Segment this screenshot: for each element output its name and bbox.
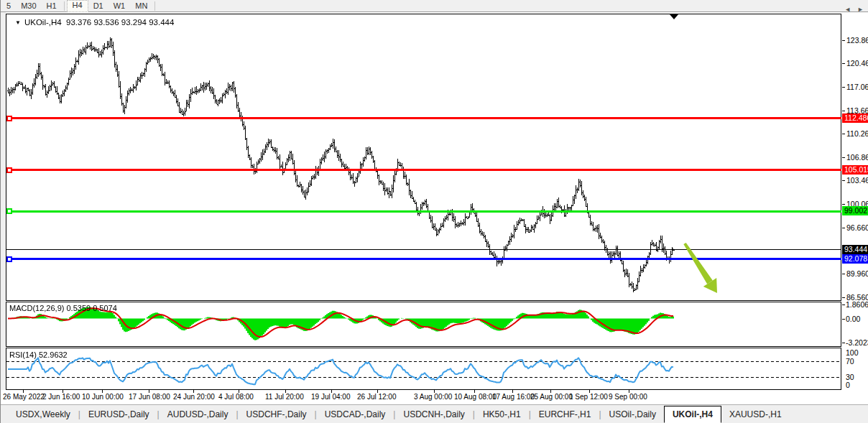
date-tick <box>377 390 378 393</box>
hline-105.015[interactable] <box>6 169 841 171</box>
date-label: 9 Sep 00:00 <box>609 393 647 401</box>
rsi-value: 52.9632 <box>39 350 68 359</box>
axis-tick-label: 110.260 <box>846 129 868 138</box>
timeframe-h4[interactable]: H4 <box>67 0 88 12</box>
timeframe-mn[interactable]: MN <box>130 1 152 11</box>
macd-label: MACD(12,26,9) 0.5359 0.5074 <box>9 304 117 312</box>
timeframe-5[interactable]: 5 <box>1 1 16 11</box>
timeframe-d1[interactable]: D1 <box>88 1 108 11</box>
axis-tick-label: 123.860 <box>846 36 868 45</box>
date-tick <box>434 390 435 393</box>
price-label-99.002: 99.002 <box>842 206 868 215</box>
date-tick <box>63 390 63 393</box>
tab-xauusd-h1[interactable]: XAUUSD-,H1 <box>721 405 790 423</box>
date-label: 11 Jul 20:00 <box>265 393 304 401</box>
rsi-axis-label: 70 <box>846 357 854 366</box>
price-label-112.486: 112.486 <box>842 113 868 123</box>
macd-axis-dash <box>842 319 845 320</box>
axis-tick-label: 89.960 <box>846 269 868 278</box>
hline-handle-92.078[interactable] <box>6 256 12 262</box>
axis-tick-dash <box>842 134 845 134</box>
date-tick <box>193 390 194 393</box>
date-label: 1 Sep 12:00 <box>569 393 608 401</box>
axis-tick-dash <box>842 297 845 298</box>
axis-tick-dash <box>842 274 845 274</box>
date-tick <box>331 390 332 393</box>
price-label-92.078: 92.078 <box>842 254 868 264</box>
trend-arrow-object[interactable] <box>680 242 724 295</box>
rsi-canvas[interactable] <box>6 348 841 389</box>
tab-usdcad-daily[interactable]: USDCAD-,Daily <box>317 405 394 423</box>
hline-handle-105.015[interactable] <box>6 167 12 173</box>
date-label: 10 Aug 08:00 <box>454 393 497 401</box>
chart-title-symbol: UKOil-,H4 <box>24 18 62 27</box>
hline-112.486[interactable] <box>6 117 841 119</box>
hline-99.002[interactable] <box>6 210 841 213</box>
rsi-axis-label: 100 <box>846 348 859 357</box>
axis-tick-dash <box>842 204 845 205</box>
axis-tick-dash <box>842 111 845 111</box>
rsi-name: RSI(14) <box>9 350 37 359</box>
hline-handle-112.486[interactable] <box>6 116 12 121</box>
rsi-label: RSI(14) 52.9632 <box>9 350 68 359</box>
macd-canvas[interactable] <box>6 302 841 346</box>
macd-axis-label: 0.00 <box>846 315 860 323</box>
axis-tick-dash <box>842 63 845 64</box>
date-tick <box>550 390 551 393</box>
price-label-105.015: 105.015 <box>842 165 868 175</box>
chart-tab-bar: USDX,Weekly|EURUSD-,Daily|AUDUSD-,Daily|… <box>1 404 868 423</box>
date-label: 19 Jul 04:00 <box>311 393 351 401</box>
chart-title-ohlc: 93.376 93.536 93.294 93.444 <box>66 18 174 27</box>
chart-title: ▼UKOil-,H4 93.376 93.536 93.294 93.444 <box>15 18 174 27</box>
axis-tick-label: 117.060 <box>846 83 868 91</box>
tab-scroll-right-icon[interactable]: ► <box>857 6 864 13</box>
date-tick <box>102 390 103 393</box>
tab-usdchf-daily[interactable]: USDCHF-,Daily <box>239 405 315 423</box>
rsi-indicator-pane[interactable] <box>6 348 841 390</box>
tab-hk50-h1[interactable]: HK50-,H1 <box>475 405 529 423</box>
toolbar-separator <box>64 1 65 11</box>
date-tick <box>149 390 149 393</box>
macd-indicator-pane[interactable] <box>6 302 841 347</box>
axis-tick-label: 96.660 <box>846 223 868 232</box>
date-label: 26 Jul 12:00 <box>357 393 397 401</box>
tab-scroll-arrows: ◄ ► <box>844 0 864 19</box>
timeframe-toolbar: 5M30H1H4D1W1MN <box>1 0 868 12</box>
date-label: 26 May 2022 <box>3 393 45 401</box>
time-axis: 26 May 20222 Jun 16:0010 Jun 00:0017 Jun… <box>1 390 868 404</box>
date-tick <box>629 390 629 393</box>
date-label: 4 Jul 08:00 <box>218 393 254 401</box>
trading-terminal: 5M30H1H4D1W1MN ▼UKOil-,H4 93.376 93.536 … <box>0 0 868 423</box>
date-tick <box>285 390 286 393</box>
date-label: 3 Aug 00:00 <box>414 393 452 401</box>
date-label: 17 Jun 08:00 <box>129 393 170 401</box>
tab-usdx-weekly[interactable]: USDX,Weekly <box>8 405 78 423</box>
symbol-dropdown-icon[interactable]: ▼ <box>15 19 21 26</box>
tab-eurusd-daily[interactable]: EURUSD-,Daily <box>80 405 157 423</box>
tab-usoil-daily[interactable]: USOil-,Daily <box>601 405 664 423</box>
timeframe-h1[interactable]: H1 <box>42 1 62 11</box>
date-tick <box>474 390 475 393</box>
date-tick <box>23 390 24 393</box>
date-label: 24 Jun 20:00 <box>173 393 215 401</box>
macd-name: MACD(12,26,9) <box>9 304 64 312</box>
hline-handle-99.002[interactable] <box>6 208 12 214</box>
tab-audusd-daily[interactable]: AUDUSD-,Daily <box>160 405 236 423</box>
rsi-axis-label: 0 <box>846 381 850 389</box>
macd-axis-dash <box>842 305 845 305</box>
tab-eurchf-h1[interactable]: EURCHF-,H1 <box>531 405 599 423</box>
axis-tick-dash <box>842 228 845 228</box>
tab-usdcnh-daily[interactable]: USDCNH-,Daily <box>395 405 472 423</box>
timeframe-m30[interactable]: M30 <box>16 1 41 11</box>
tab-scroll-left-icon[interactable]: ◄ <box>844 6 851 13</box>
chart-shift-marker-icon <box>670 14 678 19</box>
timeframe-w1[interactable]: W1 <box>108 1 131 11</box>
axis-tick-label: 103.460 <box>846 176 868 185</box>
window-left-frame <box>1 12 6 404</box>
tab-ukoil-h4[interactable]: UKOil-,H4 <box>664 406 721 423</box>
date-label: 2 Jun 16:00 <box>42 393 80 401</box>
date-tick <box>512 390 513 393</box>
price-label-93.444: 93.444 <box>842 245 868 254</box>
axis-tick-label: 106.860 <box>846 153 868 162</box>
macd-axis-label: -3.2023 <box>846 338 868 347</box>
